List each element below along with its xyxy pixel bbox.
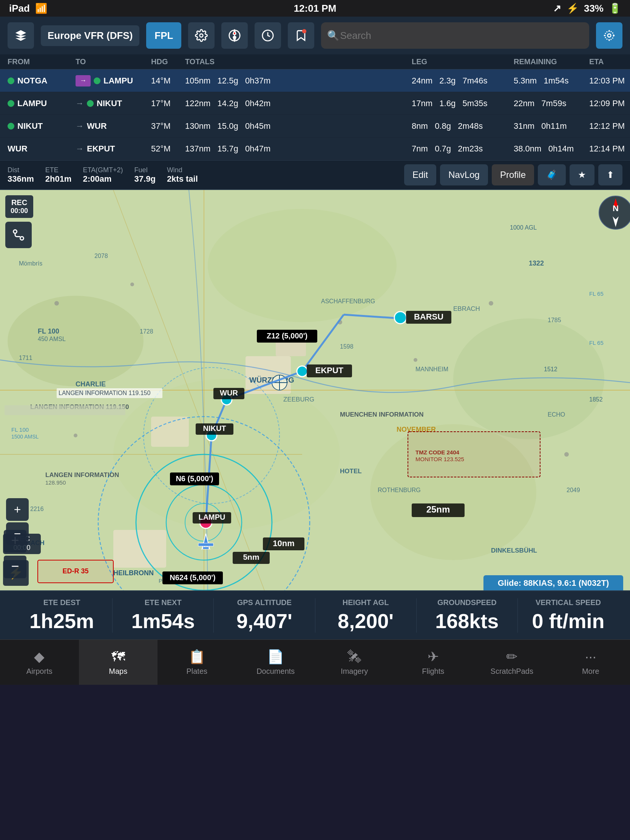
svg-text:128.950: 128.950 — [45, 479, 66, 486]
edit-button[interactable]: Edit — [404, 164, 436, 185]
search-input[interactable] — [321, 22, 589, 49]
nav-airports[interactable]: ◆ Airports — [0, 640, 79, 685]
footer-wind: Wind 2kts tail — [167, 166, 198, 184]
to-dot-1 — [94, 77, 101, 84]
route-track-button[interactable] — [5, 222, 32, 248]
svg-text:ED-R 35: ED-R 35 — [62, 567, 88, 575]
svg-text:LANGEN INFORMATION 119.150: LANGEN INFORMATION 119.150 — [58, 390, 150, 396]
map-selector[interactable]: Europe VFR (DFS) — [41, 25, 139, 46]
luggage-button[interactable]: 🧳 — [538, 164, 566, 185]
svg-text:10nm: 10nm — [273, 538, 294, 548]
to-waypoint-2: → NIKUT — [76, 99, 151, 108]
route-arrow-3: → — [76, 121, 84, 131]
map-area[interactable]: FL 100 450 AMSL 1322 Mömbrís 2078 1785 2… — [0, 190, 630, 591]
svg-text:2078: 2078 — [95, 253, 108, 259]
bookmark-button[interactable] — [288, 22, 314, 49]
search-icon: 🔍 — [327, 30, 339, 41]
svg-text:1598: 1598 — [340, 343, 354, 350]
svg-point-7 — [605, 32, 614, 40]
to-waypoint-1: → LAMPU — [76, 75, 151, 87]
settings-button[interactable] — [188, 22, 215, 49]
svg-text:FL 100: FL 100 — [38, 327, 59, 335]
svg-text:Z12 (5,000'): Z12 (5,000') — [267, 332, 308, 340]
nav-imagery[interactable]: 🛰 Imagery — [315, 640, 394, 685]
timer-button[interactable] — [254, 22, 281, 49]
col-from: FROM — [8, 57, 76, 66]
from-dot-2 — [8, 100, 14, 107]
search-container: 🔍 — [321, 22, 589, 49]
ete-next-label: ETE Next — [145, 598, 182, 607]
ete-value: 2h01m — [45, 174, 72, 184]
footer-fuel: Fuel 37.9g — [134, 166, 156, 184]
nav-flights[interactable]: ✈ Flights — [394, 640, 473, 685]
profile-button[interactable]: Profile — [492, 164, 534, 185]
fpl-row-1[interactable]: NOTGA → LAMPU 14°M 105nm 12.5g 0h37m 24n… — [0, 69, 630, 92]
to-name-4: EKPUT — [87, 144, 115, 154]
gps-alt-value: 9,407' — [237, 609, 292, 633]
ete-dest-label: ETE Dest — [43, 598, 81, 607]
nav-more[interactable]: ··· More — [551, 640, 630, 685]
hdg-4: 52°M — [151, 144, 185, 154]
zoom-out-button[interactable]: − — [6, 523, 29, 545]
svg-text:1500 AMSL: 1500 AMSL — [11, 434, 39, 440]
svg-text:−: − — [11, 558, 19, 574]
svg-rect-114 — [5, 405, 125, 415]
telem-vert-speed: Vertical Speed 0 ft/min — [518, 598, 619, 633]
height-agl-value: 8,200' — [338, 609, 393, 633]
svg-text:LANGEN INFORMATION: LANGEN INFORMATION — [45, 471, 119, 478]
svg-point-9 — [8, 296, 144, 386]
svg-text:LAMPU: LAMPU — [198, 513, 225, 521]
svg-text:ASCHAFFENBURG: ASCHAFFENBURG — [321, 298, 375, 305]
star-button[interactable]: ★ — [570, 164, 595, 185]
to-waypoint-4: → EKPUT — [76, 144, 151, 154]
airports-label: Airports — [27, 667, 52, 676]
flights-label: Flights — [422, 667, 444, 676]
dist-label: Dist — [8, 166, 34, 174]
hdg-1: 14°M — [151, 76, 185, 86]
fpl-row-4[interactable]: WUR → EKPUT 52°M 137nm 15.7g 0h47m 7nm 0… — [0, 137, 630, 160]
time-display: 12:01 PM — [294, 3, 336, 14]
eta-2: 12:09 PM — [589, 99, 630, 108]
more-label: More — [582, 667, 599, 676]
map-background: FL 100 450 AMSL 1322 Mömbrís 2078 1785 2… — [0, 190, 630, 591]
compass-button[interactable] — [221, 22, 248, 49]
nav-maps[interactable]: 🗺 Maps — [79, 640, 158, 685]
battery-label: 33% — [584, 3, 603, 14]
leg-2: 17nm 1.6g 5m35s — [412, 99, 514, 108]
vert-speed-value: 0 ft/min — [532, 609, 604, 633]
to-name-2: NIKUT — [97, 99, 122, 108]
from-dot-1 — [8, 77, 14, 84]
svg-text:5nm: 5nm — [243, 553, 259, 561]
leg-4: 7nm 0.7g 2m23s — [412, 144, 514, 154]
svg-text:ZEEBURG: ZEEBURG — [283, 396, 314, 403]
map-layers-btn[interactable] — [8, 22, 34, 49]
svg-text:MANNHEIM: MANNHEIM — [415, 366, 448, 373]
nav-documents[interactable]: 📄 Documents — [237, 640, 315, 685]
rec-button[interactable]: REC 00:00 — [5, 195, 33, 218]
svg-text:FL 65: FL 65 — [589, 339, 603, 346]
to-dot-2 — [87, 100, 94, 107]
device-label: iPad — [9, 3, 30, 14]
hdg-2: 17°M — [151, 99, 185, 108]
fpl-actions: Edit NavLog Profile 🧳 ★ ⬆ — [404, 164, 622, 185]
documents-label: Documents — [256, 667, 295, 676]
svg-text:CHARLIE: CHARLIE — [76, 381, 106, 388]
navlog-button[interactable]: NavLog — [440, 164, 488, 185]
svg-text:MUENCHEN INFORMATION: MUENCHEN INFORMATION — [340, 411, 424, 418]
fpl-row-2[interactable]: LAMPU → NIKUT 17°M 122nm 14.2g 0h42m 17n… — [0, 92, 630, 115]
nav-scratchpads[interactable]: ✏ ScratchPads — [472, 640, 551, 685]
fpl-row-3[interactable]: NIKUT → WUR 37°M 130nm 15.0g 0h45m 8nm 0… — [0, 115, 630, 137]
location-button[interactable] — [596, 22, 622, 49]
svg-point-25 — [414, 358, 417, 362]
svg-point-28 — [564, 452, 569, 456]
fpl-button[interactable]: FPL — [146, 22, 181, 49]
svg-text:DINKELSBÜHL: DINKELSBÜHL — [491, 547, 537, 554]
svg-text:450 AMSL: 450 AMSL — [38, 336, 66, 342]
to-name-1: LAMPU — [104, 76, 133, 86]
share-button[interactable]: ⬆ — [598, 164, 622, 185]
zoom-in-button[interactable]: + — [6, 498, 29, 521]
nav-plates[interactable]: 📋 Plates — [158, 640, 237, 685]
fuel-label: Fuel — [134, 166, 156, 174]
eta-value: 2:00am — [83, 174, 123, 184]
svg-text:Mömbrís: Mömbrís — [19, 260, 42, 267]
